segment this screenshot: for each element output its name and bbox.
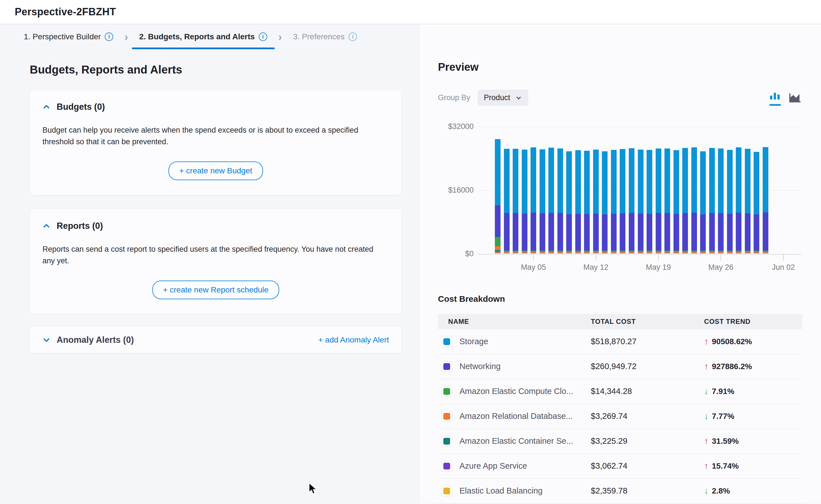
stacked-bar-day-14[interactable]	[611, 150, 617, 253]
trend-down-arrow-icon: ↓	[704, 386, 709, 397]
stacked-bar-day-4[interactable]	[522, 150, 527, 253]
stacked-bar-day-24[interactable]	[700, 151, 706, 253]
stacked-bar-day-11[interactable]	[584, 151, 590, 253]
stacked-bar-day-8[interactable]	[557, 148, 563, 253]
legend-color-chip[interactable]	[441, 486, 452, 496]
stacked-bar-day-18[interactable]	[647, 150, 652, 253]
info-icon[interactable]: i	[259, 33, 267, 41]
legend-color-chip[interactable]	[441, 461, 452, 471]
group-by-dropdown[interactable]: Product	[478, 90, 528, 106]
stacked-bar-day-2[interactable]	[504, 149, 510, 253]
bar-segment-networking	[682, 213, 688, 251]
bar-segment-storage	[647, 150, 652, 214]
stacked-bar-day-23[interactable]	[691, 147, 697, 253]
stacked-bar-day-13[interactable]	[602, 151, 607, 253]
legend-color-chip[interactable]	[441, 411, 452, 422]
x-axis-tick	[533, 255, 534, 261]
stacked-bar-day-19[interactable]	[656, 148, 661, 253]
cost-breakdown-row[interactable]: Networking$260,949.72↑927886.2%	[438, 354, 802, 379]
bar-segment-networking	[611, 214, 617, 251]
cost-breakdown-row[interactable]: Elastic Load Balancing$2,359.78↓2.8%	[438, 479, 802, 503]
anomaly-alerts-title: Anomaly Alerts (0)	[57, 335, 134, 345]
legend-color-chip[interactable]	[441, 361, 452, 372]
bar-segment-storage	[495, 139, 500, 205]
cost-breakdown-row[interactable]: Amazon Elastic Compute Clo...$14,344.28↓…	[438, 379, 802, 404]
bar-chart-toggle[interactable]	[770, 92, 781, 106]
bar-segment-networking	[539, 213, 545, 250]
stacked-bar-day-12[interactable]	[593, 150, 599, 253]
bar-segment-networking	[745, 213, 751, 250]
total-cost-cell: $3,062.74	[591, 461, 704, 471]
chart-plot-area[interactable]: May 05May 12May 19May 26Jun 02	[480, 127, 801, 254]
bar-segment-unlabeled-red	[727, 253, 733, 253]
cost-breakdown-row[interactable]: Amazon Elastic Container Se...$3,225.29↑…	[438, 429, 802, 454]
bar-segment-storage	[745, 149, 751, 213]
stacked-bar-day-6[interactable]	[539, 149, 545, 253]
create-report-schedule-button[interactable]: + create new Report schedule	[152, 281, 280, 299]
stacked-bar-day-1[interactable]	[495, 139, 500, 253]
bar-segment-storage	[763, 147, 768, 212]
bar-segment-unlabeled-red	[656, 253, 661, 253]
stacked-bar-day-27[interactable]	[727, 150, 733, 253]
stacked-bar-day-21[interactable]	[674, 150, 679, 253]
bar-segment-unlabeled-red	[575, 253, 581, 253]
bar-segment-unlabeled-red	[691, 253, 697, 253]
stacked-bar-day-16[interactable]	[629, 148, 635, 253]
cost-breakdown-row[interactable]: Amazon Relational Database...$3,269.74↓7…	[438, 404, 802, 429]
bar-segment-storage	[593, 150, 599, 214]
bar-segment-storage	[530, 147, 536, 213]
x-axis-tick	[595, 255, 596, 261]
legend-color-chip[interactable]	[441, 436, 452, 447]
bar-segment-unlabeled-red	[709, 253, 715, 253]
stacked-bar-day-22[interactable]	[682, 148, 688, 253]
bar-segment-storage	[539, 149, 545, 214]
chevron-up-icon[interactable]	[42, 222, 50, 230]
stacked-bar-day-7[interactable]	[548, 148, 554, 253]
x-axis-label: Jun 02	[772, 263, 795, 272]
cost-breakdown-row[interactable]: Storage$518,870.27↑90508.62%	[438, 329, 802, 354]
bar-segment-networking	[557, 213, 563, 250]
stacked-bar-day-30[interactable]	[754, 152, 759, 253]
x-axis-tick	[658, 255, 659, 261]
create-budget-button[interactable]: + create new Budget	[168, 161, 263, 180]
info-icon[interactable]: i	[105, 33, 113, 41]
area-chart-toggle[interactable]	[789, 93, 801, 106]
stacked-bar-day-20[interactable]	[665, 148, 670, 253]
stacked-bar-day-31[interactable]	[763, 147, 768, 253]
row-name: Azure App Service	[459, 461, 527, 471]
tab-preferences[interactable]: 3. Preferences i	[286, 24, 364, 49]
stacked-bar-day-5[interactable]	[530, 147, 536, 253]
stacked-bar-day-10[interactable]	[575, 150, 581, 253]
bar-segment-networking	[736, 213, 742, 251]
chevron-down-icon[interactable]	[42, 336, 50, 344]
total-cost-cell: $260,949.72	[591, 362, 704, 371]
bar-segment-unlabeled-red	[557, 253, 563, 253]
anomaly-alerts-header[interactable]: Anomaly Alerts (0)	[42, 335, 134, 345]
stacked-bar-day-17[interactable]	[638, 150, 644, 253]
stacked-bar-day-15[interactable]	[620, 149, 626, 253]
stacked-bar-day-28[interactable]	[736, 147, 742, 253]
bar-segment-storage	[611, 150, 617, 214]
info-icon[interactable]: i	[349, 33, 357, 41]
x-axis-label: May 26	[708, 263, 734, 272]
legend-color-chip[interactable]	[441, 336, 452, 347]
bar-segment-storage	[566, 151, 572, 214]
add-anomaly-alert-button[interactable]: + add Anomaly Alert	[318, 335, 389, 344]
chevron-up-icon[interactable]	[42, 103, 50, 111]
y-axis-label: $0	[438, 249, 474, 258]
reports-header[interactable]: Reports (0)	[42, 221, 389, 231]
left-column: 1. Perspective Builder i › 2. Budgets, R…	[0, 24, 419, 503]
stacked-bar-day-25[interactable]	[709, 148, 715, 253]
budgets-header[interactable]: Budgets (0)	[42, 102, 389, 112]
tab-perspective-builder[interactable]: 1. Perspective Builder i	[16, 24, 121, 49]
stacked-bar-day-9[interactable]	[566, 151, 572, 253]
tab-budgets-reports-alerts[interactable]: 2. Budgets, Reports and Alerts i	[132, 24, 275, 49]
legend-color-chip[interactable]	[441, 386, 452, 397]
stacked-bar-day-29[interactable]	[745, 149, 751, 253]
cost-breakdown-row[interactable]: Azure App Service$3,062.74↑15.74%	[438, 454, 802, 479]
column-header-total-cost: TOTAL COST	[591, 318, 704, 326]
stacked-bar-day-3[interactable]	[513, 149, 518, 253]
stacked-bar-day-26[interactable]	[718, 148, 724, 253]
bar-segment-storage	[665, 148, 670, 213]
bar-segment-networking	[700, 214, 706, 251]
